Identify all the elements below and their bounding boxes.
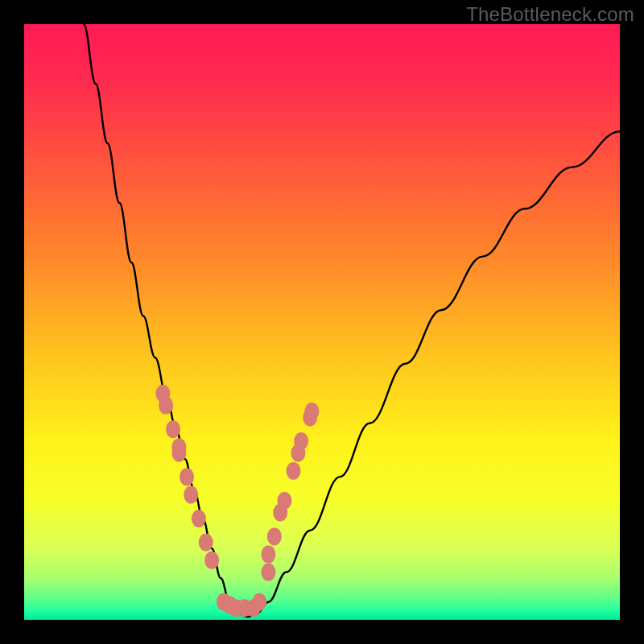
data-marker — [267, 527, 282, 545]
data-marker — [252, 593, 266, 611]
data-marker — [204, 551, 219, 569]
bottleneck-curve — [84, 24, 620, 617]
data-marker — [261, 564, 275, 581]
curve-layer — [24, 24, 620, 620]
data-marker — [180, 468, 194, 485]
data-marker — [184, 486, 198, 504]
data-marker — [166, 420, 180, 438]
data-marker — [261, 546, 275, 564]
chart-frame: TheBottleneck.com — [0, 0, 644, 644]
data-marker — [294, 432, 308, 450]
plot-area — [24, 24, 620, 620]
data-marker — [171, 444, 186, 462]
data-marker — [304, 402, 319, 420]
data-marker — [199, 534, 213, 551]
data-marker — [286, 462, 300, 480]
marker-group — [155, 385, 319, 617]
data-marker — [192, 510, 206, 527]
data-marker — [159, 397, 173, 415]
watermark-text: TheBottleneck.com — [466, 3, 634, 26]
data-marker — [277, 492, 291, 510]
